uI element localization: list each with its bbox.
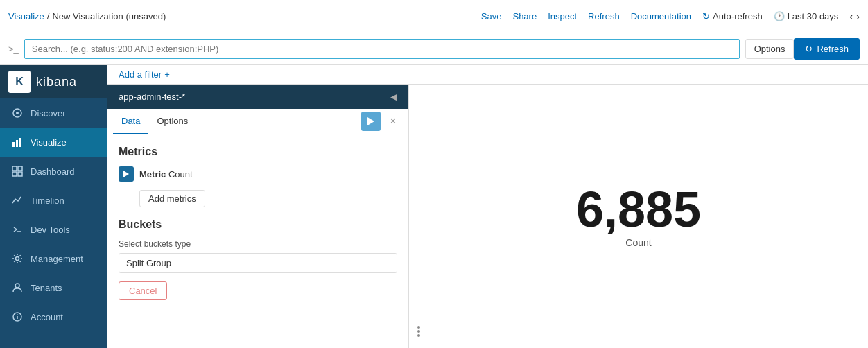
time-range-label: Last 30 days [788,11,839,21]
metric-expand-button[interactable] [119,166,134,182]
gear-icon [11,252,24,265]
bucket-type-select[interactable]: Split Group [119,253,397,273]
panel-content: Metrics Metric Count Add metrics [107,134,408,311]
tab-options[interactable]: Options [148,109,196,134]
sidebar-item-dashboard-label: Dashboard [31,166,75,177]
add-metrics-button[interactable]: Add metrics [139,190,205,207]
user-icon [11,281,24,294]
metric-value: 6,885 [576,184,701,234]
documentation-link[interactable]: Documentation [631,11,691,21]
visualization-metric: 6,885 Count [576,184,701,248]
refresh-icon: ↻ [702,11,710,21]
filter-bar: Add a filter + [107,65,868,85]
close-panel-button[interactable]: × [383,112,403,131]
top-actions: Save Share Inspect Refresh Documentation… [481,11,860,22]
buckets-title: Buckets [119,218,397,231]
clock-icon: 🕐 [774,11,785,21]
index-bar: app-admin-test-* ◀ [107,85,408,109]
svg-rect-8 [18,172,22,176]
auto-refresh-toggle[interactable]: ↻ Auto-refresh [702,11,763,21]
svg-point-1 [16,112,19,114]
refresh-btn-icon: ↻ [805,44,813,54]
run-button[interactable] [361,112,381,131]
share-link[interactable]: Share [512,11,537,21]
sidebar-item-management[interactable]: Management [0,244,107,273]
add-filter-button[interactable]: Add a filter + [119,69,170,80]
add-filter-icon: + [164,69,170,80]
main-layout: K kibana Discover Visualize Dashboard [0,65,868,348]
left-panel: app-admin-test-* ◀ Data Options × [107,85,409,348]
svg-point-14 [17,314,18,315]
search-bar: >_ Options ↻ Refresh [0,33,868,65]
prev-arrow[interactable]: ‹ [849,11,853,22]
metric-item: Metric Count [119,166,397,182]
index-pattern-label: app-admin-test-* [119,92,185,102]
save-link[interactable]: Save [481,11,502,21]
content-area: Add a filter + app-admin-test-* ◀ Data O… [107,65,868,348]
index-bar-arrow[interactable]: ◀ [390,92,397,102]
options-button[interactable]: Options [745,39,795,59]
sidebar-item-visualize[interactable]: Visualize [0,128,107,157]
cancel-button[interactable]: Cancel [119,281,167,300]
svg-marker-16 [123,171,129,177]
next-arrow[interactable]: › [856,11,860,22]
svg-rect-3 [16,140,18,147]
tab-actions: × [361,112,403,131]
sidebar-item-dashboard[interactable]: Dashboard [0,157,107,186]
dot-2 [417,330,420,333]
nav-arrows: ‹ › [849,11,860,22]
search-input[interactable] [24,39,740,59]
svg-point-11 [15,284,19,288]
svg-rect-2 [12,142,15,147]
sidebar-item-timelion-label: Timelion [31,195,64,206]
logo-area: K kibana [0,65,107,98]
svg-point-10 [16,257,19,261]
logo-text: kibana [36,75,77,89]
discover-icon [11,107,24,119]
metric-label: Count [576,237,701,248]
search-prompt-icon: >_ [8,44,19,54]
refresh-link[interactable]: Refresh [588,11,620,21]
right-panel: 6,885 Count [409,85,868,348]
logo-box: K [8,71,31,93]
timelion-icon [11,194,24,207]
sidebar-item-discover[interactable]: Discover [0,98,107,128]
metric-label: Metric Count [139,169,193,180]
metrics-title: Metrics [119,146,397,158]
sidebar-item-account[interactable]: Account [0,302,107,331]
inspect-link[interactable]: Inspect [548,11,577,21]
info-icon [11,311,24,323]
dot-1 [417,326,420,329]
devtools-icon [11,223,24,236]
refresh-button[interactable]: ↻ Refresh [794,38,860,60]
add-filter-label: Add a filter [119,69,162,80]
sidebar-item-account-label: Account [31,312,63,322]
sidebar-item-devtools[interactable]: Dev Tools [0,215,107,244]
sidebar-item-tenants-label: Tenants [31,283,62,293]
metrics-section: Metrics Metric Count Add metrics [119,146,397,207]
select-buckets-label: Select buckets type [119,239,397,249]
viz-options-handle[interactable] [417,326,420,337]
visualize-icon [11,136,24,148]
sidebar-item-visualize-label: Visualize [31,137,67,148]
dot-3 [417,334,420,337]
refresh-btn-label: Refresh [817,44,849,54]
svg-marker-15 [367,117,374,125]
svg-rect-7 [12,172,17,176]
sidebar-item-tenants[interactable]: Tenants [0,273,107,302]
svg-rect-6 [18,166,22,171]
viz-area: app-admin-test-* ◀ Data Options × [107,85,868,348]
breadcrumb-visualize[interactable]: Visualize [8,11,44,21]
time-range-picker[interactable]: 🕐 Last 30 days [774,11,839,21]
svg-rect-5 [12,166,17,171]
sidebar-item-devtools-label: Dev Tools [31,225,70,235]
buckets-section: Buckets Select buckets type Split Group … [119,218,397,300]
dashboard-icon [11,165,24,177]
panel-tabs: Data Options × [107,109,408,134]
sidebar-item-discover-label: Discover [31,108,66,119]
sidebar: K kibana Discover Visualize Dashboard [0,65,107,348]
sidebar-item-timelion[interactable]: Timelion [0,186,107,215]
breadcrumb: Visualize / New Visualization (unsaved) [8,11,481,21]
svg-rect-4 [19,138,21,147]
tab-data[interactable]: Data [113,109,148,134]
